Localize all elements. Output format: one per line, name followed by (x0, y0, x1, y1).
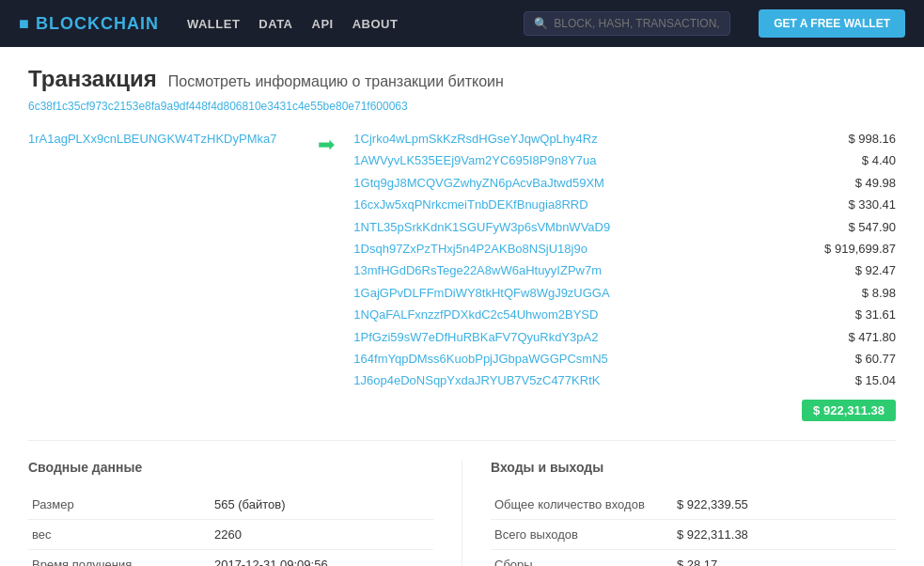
io-title: Входы и выходы (491, 460, 896, 479)
header: ■ BLOCKCHAIN WALLET DATA API ABOUT 🔍 GET… (0, 0, 924, 47)
tx-output-amount: $ 998.16 (848, 128, 896, 149)
nav-about[interactable]: ABOUT (352, 17, 399, 31)
summary-value: 565 (байтов) (214, 497, 286, 511)
tx-output-row: 1NQaFALFxnzzfPDXkdC2c54Uhwom2BYSD$ 31.61 (353, 304, 896, 325)
tx-output-row: 1Dsqh97ZxPzTHxj5n4P2AKBo8NSjU18j9o$ 919,… (353, 238, 896, 259)
summary-panel: Сводные данные Размер565 (байтов)вес2260… (28, 460, 433, 566)
tx-output-row: 164fmYqpDMss6KuobPpjJGbpaWGGPCsmN5$ 60.7… (353, 348, 896, 369)
summary-label: Время получения (28, 549, 211, 566)
tx-output-address[interactable]: 1NQaFALFxnzzfPDXkdC2c54Uhwom2BYSD (353, 304, 598, 325)
io-value: $ 922,311.38 (677, 527, 748, 542)
table-row: Размер565 (байтов) (28, 490, 433, 520)
tx-hash-link[interactable]: 6c38f1c35cf973c2153e8fa9a9df448f4d806810… (28, 100, 896, 113)
transaction-row: 1rA1agPLXx9cnLBEUNGKW4TzHKDyPMka7 ➡ 1Cjr… (28, 128, 896, 441)
tx-input-address[interactable]: 1rA1agPLXx9cnLBEUNGKW4TzHKDyPMka7 (28, 128, 299, 149)
io-label: Сборы (491, 549, 673, 566)
search-icon: 🔍 (534, 17, 548, 30)
table-row: Всего выходов$ 922,311.38 (491, 519, 896, 549)
tx-output-address[interactable]: 1PfGzi59sW7eDfHuRBKaFV7QyuRkdY3pA2 (353, 326, 598, 348)
tx-output-address[interactable]: 1J6op4eDoNSqpYxdaJRYUB7V5zC477KRtK (353, 369, 600, 391)
nav-data[interactable]: DATA (258, 17, 292, 31)
search-input[interactable] (554, 17, 720, 30)
tx-input-section: 1rA1agPLXx9cnLBEUNGKW4TzHKDyPMka7 (28, 128, 299, 149)
summary-value: 2017-12-31 09:09:56 (214, 558, 328, 566)
page-subtitle: Посмотреть информацию о транзакции битко… (168, 73, 504, 90)
tx-output-amount: $ 92.47 (855, 259, 896, 281)
tx-output-amount: $ 4.40 (862, 149, 896, 171)
tx-total-row: $ 922,311.38 (353, 400, 896, 421)
tx-output-amount: $ 547.90 (848, 216, 896, 238)
tx-total-badge: $ 922,311.38 (802, 400, 896, 421)
search-bar: 🔍 (524, 11, 730, 36)
page-title: Транзакция (28, 66, 157, 92)
io-table: Общее количество входов$ 922,339.55Всего… (491, 490, 896, 566)
summary-table: Размер565 (байтов)вес2260Время получения… (28, 490, 433, 566)
tx-output-row: 16cxJw5xqPNrkcmeiTnbDEKfBnugia8RRD$ 330.… (353, 194, 896, 215)
tx-output-address[interactable]: 1Gtq9gJ8MCQVGZwhyZN6pAcvBaJtwd59XM (353, 172, 604, 194)
tx-output-address[interactable]: 1AWVyvLK535EEj9Vam2YC695I8P9n8Y7ua (353, 149, 596, 171)
io-label: Всего выходов (491, 519, 673, 549)
tx-output-row: 13mfHGdD6RsTege22A8wW6aHtuyyIZPw7m$ 92.4… (353, 259, 896, 281)
tx-output-amount: $ 60.77 (855, 348, 896, 369)
summary-label: Размер (28, 490, 211, 520)
tx-output-address[interactable]: 13mfHGdD6RsTege22A8wW6aHtuyyIZPw7m (353, 259, 602, 281)
table-row: Время получения2017-12-31 09:09:56 (28, 549, 433, 566)
tx-output-amount: $ 919,699.87 (824, 238, 896, 259)
tx-output-row: 1AWVyvLK535EEj9Vam2YC695I8P9n8Y7ua$ 4.40 (353, 149, 896, 171)
io-value: $ 922,339.55 (677, 497, 748, 511)
tx-output-amount: $ 15.04 (855, 369, 896, 391)
io-panel: Входы и выходы Общее количество входов$ … (491, 460, 896, 566)
tx-output-address[interactable]: 164fmYqpDMss6KuobPpjJGbpaWGGPCsmN5 (353, 348, 607, 369)
tx-output-row: 1PfGzi59sW7eDfHuRBKaFV7QyuRkdY3pA2$ 471.… (353, 326, 896, 348)
summary-title: Сводные данные (28, 460, 433, 479)
tx-output-row: 1J6op4eDoNSqpYxdaJRYUB7V5zC477KRtK$ 15.0… (353, 369, 896, 391)
summary-value: 2260 (214, 527, 242, 542)
nav-api[interactable]: API (312, 17, 334, 31)
tx-output-address[interactable]: 1GajGPvDLFFmDiWY8tkHtQFw8WgJ9zUGGA (353, 282, 609, 304)
tx-output-address[interactable]: 1NTL35pSrkKdnK1SGUFyW3p6sVMbnWVaD9 (353, 216, 610, 238)
tx-output-amount: $ 471.80 (848, 326, 896, 348)
tx-output-amount: $ 49.98 (855, 172, 896, 194)
tx-output-amount: $ 8.98 (862, 282, 896, 304)
get-wallet-button[interactable]: GET A FREE WALLET (759, 9, 905, 38)
summary-label: вес (28, 519, 211, 549)
io-label: Общее количество входов (491, 490, 673, 520)
tx-arrow-icon: ➡ (318, 133, 335, 157)
tx-output-row: 1GajGPvDLFFmDiWY8tkHtQFw8WgJ9zUGGA$ 8.98 (353, 282, 896, 304)
panel-divider (462, 460, 462, 566)
tx-output-address[interactable]: 1Cjrko4wLpmSkKzRsdHGseYJqwQpLhy4Rz (353, 128, 597, 149)
tx-output-address[interactable]: 16cxJw5xqPNrkcmeiTnbDEKfBnugia8RRD (353, 194, 587, 215)
tx-output-address[interactable]: 1Dsqh97ZxPzTHxj5n4P2AKBo8NSjU18j9o (353, 238, 587, 259)
logo-icon: ■ (19, 14, 30, 33)
table-row: вес2260 (28, 519, 433, 549)
tx-output-row: 1Cjrko4wLpmSkKzRsdHGseYJqwQpLhy4Rz$ 998.… (353, 128, 896, 149)
info-panels: Сводные данные Размер565 (байтов)вес2260… (28, 460, 896, 566)
logo-text: BLOCKCHAIN (36, 14, 159, 33)
io-value: $ 28.17 (677, 558, 717, 566)
page-title-section: Транзакция Посмотреть информацию о транз… (28, 66, 896, 92)
main-nav: WALLET DATA API ABOUT (187, 17, 495, 31)
tx-output-amount: $ 330.41 (848, 194, 896, 215)
table-row: Общее количество входов$ 922,339.55 (491, 490, 896, 520)
tx-output-row: 1Gtq9gJ8MCQVGZwhyZN6pAcvBaJtwd59XM$ 49.9… (353, 172, 896, 194)
tx-output-amount: $ 31.61 (855, 304, 896, 325)
logo: ■ BLOCKCHAIN (19, 14, 159, 34)
tx-output-row: 1NTL35pSrkKdnK1SGUFyW3p6sVMbnWVaD9$ 547.… (353, 216, 896, 238)
nav-wallet[interactable]: WALLET (187, 17, 240, 31)
tx-outputs-section: 1Cjrko4wLpmSkKzRsdHGseYJqwQpLhy4Rz$ 998.… (353, 128, 896, 421)
table-row: Сборы$ 28.17 (491, 549, 896, 566)
main-content: Транзакция Посмотреть информацию о транз… (0, 47, 924, 566)
